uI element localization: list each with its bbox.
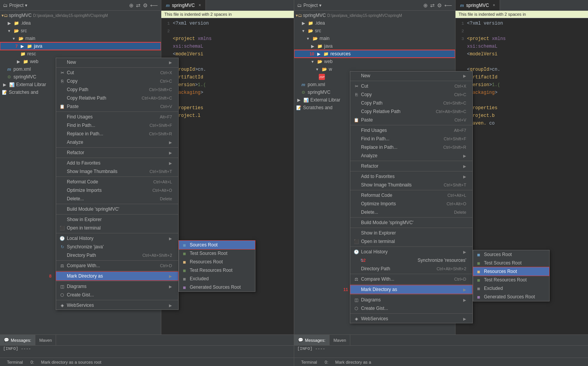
tree-item-idea-r[interactable]: ▶ 📁 .idea: [294, 19, 455, 27]
menu-replace-left[interactable]: Replace in Path... Ctrl+Shift+R: [56, 130, 178, 138]
tree-item-idea[interactable]: ▶ 📁 .idea: [0, 19, 161, 27]
menu-build-right[interactable]: Build Module 'springMVC': [350, 218, 472, 227]
menu-copyrel-left[interactable]: Copy Relative Path Ctrl+Alt+Shift+C: [56, 94, 178, 102]
left-maven-tab[interactable]: Maven: [35, 335, 56, 345]
menu-copy-right[interactable]: ⎘ Copy Ctrl+C: [350, 90, 472, 99]
menu-optimize-right[interactable]: Optimize Imports Ctrl+Alt+O: [350, 200, 472, 208]
menu-thumbnails-left[interactable]: Show Image Thumbnails Ctrl+Shift+T: [56, 167, 178, 176]
left-settings-icon[interactable]: ⚙: [143, 2, 148, 8]
menu-creategist-left[interactable]: ⬡ Create Gist...: [56, 291, 178, 299]
left-terminal-tab[interactable]: Terminal: [3, 360, 27, 364]
menu-dirpath-right[interactable]: Directory Path Ctrl+Alt+Shift+2: [350, 265, 472, 273]
left-close-icon[interactable]: ⟵: [150, 2, 158, 8]
menu-new-right[interactable]: New ▶: [350, 72, 472, 80]
right-settings-icon[interactable]: ⚙: [437, 2, 442, 8]
menu-analyze-right[interactable]: Analyze ▶: [350, 151, 472, 160]
menu-webservices-left[interactable]: ◈ WebServices ▶: [56, 301, 178, 309]
menu-creategist-right[interactable]: ⬡ Create Gist...: [350, 304, 472, 313]
tree-item-resources-r[interactable]: 10 ▶ 📁 resources: [294, 50, 455, 58]
menu-findinpath-right[interactable]: Find in Path... Ctrl+Shift+F: [350, 135, 472, 143]
tree-item-springmvc[interactable]: ▾🗂 springMVC D:\java\java_idle\day15-spr…: [0, 12, 161, 19]
right-collapse-icon[interactable]: ⇄: [430, 2, 435, 8]
tree-item-java-r[interactable]: ▶ 📁 java: [294, 42, 455, 50]
right-close-icon[interactable]: ⟵: [444, 2, 452, 8]
submenu-sources-left[interactable]: ◼ Sources Root: [179, 241, 255, 249]
tree-item-resc[interactable]: 📁 resc: [0, 50, 161, 58]
menu-webservices-right[interactable]: ◈ WebServices ▶: [350, 314, 472, 323]
tree-item-src-r[interactable]: ▾ 📂 src: [294, 27, 455, 35]
menu-favorites-right[interactable]: Add to Favorites ▶: [350, 172, 472, 181]
tree-item-springmvc-r[interactable]: ▾🗂 springMVC D:\java\java_idle\day15-spr…: [294, 12, 455, 19]
submenu-excluded-right[interactable]: ◼ Excluded: [473, 284, 549, 293]
menu-findinpath-left[interactable]: Find in Path... Ctrl+Shift+F: [56, 121, 178, 130]
right-maven-tab[interactable]: Maven: [330, 335, 350, 345]
right-context-menu: New ▶ ✂ Cut Ctrl+X ⎘ Copy Ctrl+C Copy Pa…: [350, 71, 473, 323]
submenu-sources-right[interactable]: ◼ Sources Root: [473, 250, 549, 259]
menu-reformat-right[interactable]: Reformat Code Ctrl+Alt+L: [350, 191, 472, 200]
menu-delete-right[interactable]: Delete... Delete: [350, 208, 472, 216]
menu-findusages-left[interactable]: Find Usages Alt+F7: [56, 113, 178, 121]
menu-showexplorer-right[interactable]: Show in Explorer: [350, 229, 472, 237]
menu-paste-left[interactable]: 📋 Paste Ctrl+V: [56, 102, 178, 111]
menu-findusages-right[interactable]: Find Usages Alt+F7: [350, 126, 472, 135]
menu-new-left[interactable]: New ▶: [56, 58, 178, 67]
menu-sync-right[interactable]: 12 ↻ Synchronize 'resources': [350, 256, 472, 265]
submenu-resources-left[interactable]: ◼ Resources Root: [179, 258, 255, 266]
right-messages-tab[interactable]: 💬 Messages:: [294, 335, 330, 345]
submenu-testsrc-left[interactable]: ◼ Test Sources Root: [179, 249, 255, 258]
tree-item-main-r[interactable]: ▾ 📂 main: [294, 35, 455, 42]
project-dropdown-left[interactable]: ▾: [25, 3, 27, 8]
menu-cut-right[interactable]: ✂ Cut Ctrl+X: [350, 82, 472, 90]
submenu-testsrc-right[interactable]: ◼ Test Sources Root: [473, 259, 549, 267]
menu-thumbnails-right[interactable]: Show Image Thumbnails Ctrl+Shift+T: [350, 181, 472, 189]
right-terminal-tab[interactable]: Terminal: [297, 360, 321, 364]
menu-showexplorer-left[interactable]: Show in Explorer: [56, 215, 178, 224]
left-collapse-icon[interactable]: ⇄: [136, 2, 141, 8]
right-tab-springmvc[interactable]: m springMVC ×: [455, 0, 500, 10]
menu-localhistory-right[interactable]: 🕐 Local History ▶: [350, 248, 472, 256]
menu-markdir-right[interactable]: 11 Mark Directory as ▶: [350, 285, 472, 294]
submenu-resources-right[interactable]: ◼ Resources Root: [473, 267, 549, 276]
submenu-excluded-left[interactable]: ◼ Excluded: [179, 274, 255, 283]
tree-item-java[interactable]: 7 ▶ 📁 java: [0, 42, 161, 50]
tree-item-src[interactable]: ▾ 📂 src: [0, 27, 161, 35]
submenu-testres-right[interactable]: ◼ Test Resources Root: [473, 276, 549, 284]
menu-paste-right[interactable]: 📋 Paste Ctrl+V: [350, 116, 472, 124]
menu-refactor-left[interactable]: Refactor ▶: [56, 148, 178, 157]
menu-copypath-right[interactable]: Copy Path Ctrl+Shift+C: [350, 99, 472, 107]
menu-openterminal-left[interactable]: ⬛ Open in terminal: [56, 224, 178, 232]
submenu-generated-left[interactable]: ◼ Generated Sources Root: [179, 283, 255, 291]
menu-localhistory-left[interactable]: 🕐 Local History ▶: [56, 234, 178, 243]
menu-optimize-left[interactable]: Optimize Imports Ctrl+Alt+O: [56, 186, 178, 195]
tree-item-web-r[interactable]: ▾ 📂 web: [294, 58, 455, 65]
left-tab-springmvc[interactable]: m springMVC ×: [161, 0, 206, 10]
menu-diagrams-right[interactable]: ◫ Diagrams ▶: [350, 296, 472, 304]
submenu-generated-right[interactable]: ◼ Generated Sources Root: [473, 293, 549, 301]
menu-sync-left[interactable]: ↻ Synchronize 'java': [56, 243, 178, 251]
menu-copyrel-right[interactable]: Copy Relative Path Ctrl+Alt+Shift+C: [350, 107, 472, 116]
menu-build-left[interactable]: Build Module 'springMVC': [56, 205, 178, 213]
menu-openterminal-right[interactable]: ⬛ Open in terminal: [350, 237, 472, 246]
menu-cut-left[interactable]: ✂ Cut Ctrl+X: [56, 68, 178, 77]
menu-delete-left[interactable]: Delete... Delete: [56, 195, 178, 203]
menu-copypath-left[interactable]: Copy Path Ctrl+Shift+C: [56, 85, 178, 94]
menu-analyze-left[interactable]: Analyze ▶: [56, 138, 178, 146]
menu-dirpath-left[interactable]: Directory Path Ctrl+Alt+Shift+2: [56, 251, 178, 260]
submenu-testres-left[interactable]: ◼ Test Resources Root: [179, 266, 255, 274]
menu-refactor-right[interactable]: Refactor ▶: [350, 162, 472, 170]
right-sync-icon[interactable]: ⊕: [423, 2, 428, 8]
left-sync-icon[interactable]: ⊕: [129, 2, 134, 8]
menu-replace-right[interactable]: Replace in Path... Ctrl+Shift+R: [350, 143, 472, 151]
left-messages-tab[interactable]: 💬 Messages:: [0, 335, 35, 345]
menu-compare-right[interactable]: ⚖ Compare With... Ctrl+D: [350, 275, 472, 283]
menu-copy-left[interactable]: ⎘ Copy Ctrl+C: [56, 77, 178, 85]
menu-diagrams-left[interactable]: ◫ Diagrams ▶: [56, 282, 178, 291]
tree-item-main[interactable]: ▾ 📂 main: [0, 35, 161, 42]
right-status-tab2[interactable]: 0:: [321, 360, 332, 364]
menu-compare-left[interactable]: ⚖ Compare With... Ctrl+D: [56, 261, 178, 270]
menu-markdir-left[interactable]: 8 Mark Directory as ▶: [56, 272, 178, 280]
menu-favorites-left[interactable]: Add to Favorites ▶: [56, 159, 178, 167]
menu-reformat-left[interactable]: Reformat Code Ctrl+Alt+L: [56, 178, 178, 186]
project-dropdown-right[interactable]: ▾: [319, 3, 321, 8]
left-status-tab2[interactable]: 0:: [27, 360, 38, 364]
